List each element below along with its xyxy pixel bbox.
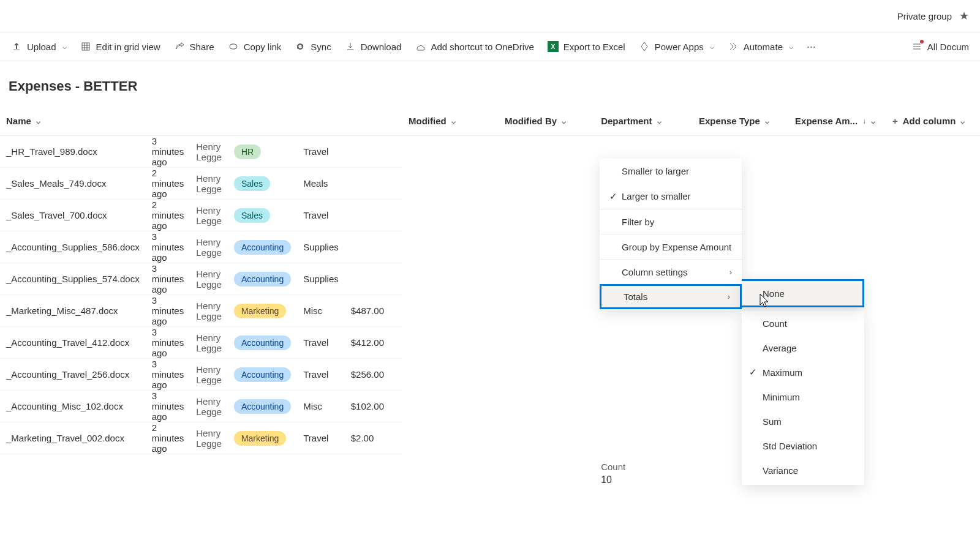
cell-modified-by[interactable]: Henry Legge <box>190 359 228 391</box>
export-excel-button[interactable]: X Export to Excel <box>548 41 625 52</box>
submenu-item-minimum[interactable]: Minimum <box>742 384 864 409</box>
cell-expense-type: Travel <box>297 359 345 391</box>
department-pill: Accounting <box>234 367 291 382</box>
table-row[interactable]: _Accounting_Supplies_574.docx3 minutes a… <box>0 263 402 295</box>
table-row[interactable]: _Sales_Travel_700.docx2 minutes agoHenry… <box>0 200 402 231</box>
department-pill: HR <box>234 144 261 159</box>
submenu-item-variance[interactable]: Variance <box>742 458 864 482</box>
plus-icon: + <box>892 116 898 126</box>
sync-icon <box>295 41 306 52</box>
more-actions-button[interactable]: ··· <box>807 40 816 53</box>
cell-modified-by[interactable]: Henry Legge <box>190 168 228 200</box>
copy-link-button[interactable]: Copy link <box>228 41 282 52</box>
share-label: Share <box>190 42 214 52</box>
onedrive-shortcut-icon <box>415 41 426 52</box>
automate-button[interactable]: Automate ⌵ <box>728 41 793 52</box>
cell-modified: 3 minutes ago <box>146 136 190 168</box>
table-row[interactable]: _Accounting_Travel_412.docx3 minutes ago… <box>0 327 402 359</box>
cell-name[interactable]: _Accounting_Supplies_586.docx <box>0 231 146 263</box>
cell-name[interactable]: _Accounting_Travel_256.docx <box>0 359 146 391</box>
chevron-down-icon: ⌵ <box>36 117 40 126</box>
department-pill: Marketing <box>234 304 286 318</box>
power-apps-button[interactable]: Power Apps ⌵ <box>639 41 714 52</box>
chevron-down-icon: ⌵ <box>562 117 566 126</box>
excel-icon: X <box>548 41 559 52</box>
submenu-item-none[interactable]: None <box>742 281 862 305</box>
cell-modified-by[interactable]: Henry Legge <box>190 327 228 359</box>
cell-name[interactable]: _HR_Travel_989.docx <box>0 136 146 168</box>
cell-modified-by[interactable]: Henry Legge <box>190 231 228 263</box>
cell-expense-amount <box>345 136 390 168</box>
col-header-department[interactable]: Department⌵ <box>595 107 693 136</box>
checkmark-icon: ✓ <box>749 367 763 378</box>
table-row[interactable]: _Sales_Meals_749.docx2 minutes agoHenry … <box>0 168 402 200</box>
chevron-down-icon: ⌵ <box>62 42 67 51</box>
cell-expense-amount <box>345 200 390 231</box>
submenu-item-maximum[interactable]: ✓Maximum <box>742 360 864 384</box>
cell-department: Accounting <box>228 359 297 391</box>
cell-name[interactable]: _Accounting_Supplies_574.docx <box>0 263 146 295</box>
follow-star-icon[interactable]: ★ <box>959 9 969 23</box>
download-label: Download <box>361 42 402 52</box>
submenu-item-stddev[interactable]: Std Deviation <box>742 433 864 458</box>
download-button[interactable]: Download <box>345 41 402 52</box>
menu-item-column-settings[interactable]: Column settings› <box>600 259 742 284</box>
cell-modified-by[interactable]: Henry Legge <box>190 422 228 454</box>
cell-name[interactable]: _Accounting_Misc_102.docx <box>0 391 146 422</box>
cell-modified-by[interactable]: Henry Legge <box>190 295 228 327</box>
cell-expense-type: Travel <box>297 136 345 168</box>
chevron-down-icon: ⌵ <box>710 42 714 51</box>
share-button[interactable]: Share <box>174 41 214 52</box>
cell-department: Sales <box>228 200 297 231</box>
view-selector-button[interactable]: All Docum <box>911 41 969 52</box>
col-header-expense-type[interactable]: Expense Type⌵ <box>693 107 789 136</box>
cell-name[interactable]: _Marketing_Travel_002.docx <box>0 422 146 454</box>
chevron-right-icon: › <box>729 268 732 277</box>
cell-modified-by[interactable]: Henry Legge <box>190 391 228 422</box>
submenu-item-sum[interactable]: Sum <box>742 409 864 433</box>
cell-name[interactable]: _Accounting_Travel_412.docx <box>0 327 146 359</box>
cell-modified-by[interactable]: Henry Legge <box>190 136 228 168</box>
chevron-down-icon: ⌵ <box>871 117 875 126</box>
totals-submenu-top: None <box>742 279 864 307</box>
sync-button[interactable]: Sync <box>295 41 331 52</box>
col-header-name[interactable]: Name⌵ <box>0 107 402 136</box>
menu-item-smaller-to-larger[interactable]: Smaller to larger <box>600 159 742 184</box>
add-shortcut-button[interactable]: Add shortcut to OneDrive <box>415 41 533 52</box>
upload-button[interactable]: Upload ⌵ <box>11 41 67 52</box>
upload-icon <box>11 41 22 52</box>
link-icon <box>228 41 239 52</box>
menu-item-filter-by[interactable]: Filter by <box>600 209 742 234</box>
col-header-expense-amount[interactable]: Expense Am... ↓ ⌵ <box>789 107 886 136</box>
department-pill: Accounting <box>234 399 291 414</box>
table-row[interactable]: _HR_Travel_989.docx3 minutes agoHenry Le… <box>0 136 402 168</box>
table-row[interactable]: _Accounting_Misc_102.docx3 minutes agoHe… <box>0 391 402 422</box>
menu-item-larger-to-smaller[interactable]: ✓Larger to smaller <box>600 184 742 209</box>
cell-department: Accounting <box>228 327 297 359</box>
table-row[interactable]: _Accounting_Supplies_586.docx3 minutes a… <box>0 231 402 263</box>
submenu-item-average[interactable]: Average <box>742 335 864 360</box>
menu-item-totals[interactable]: Totals› <box>600 284 742 309</box>
cell-modified-by[interactable]: Henry Legge <box>190 200 228 231</box>
cell-modified: 3 minutes ago <box>146 263 190 295</box>
col-header-modified-by[interactable]: Modified By⌵ <box>499 107 595 136</box>
department-pill: Sales <box>234 176 270 191</box>
edit-grid-button[interactable]: Edit in grid view <box>80 41 160 52</box>
command-bar: Upload ⌵ Edit in grid view Share Copy li… <box>0 32 980 61</box>
cell-name[interactable]: _Marketing_Misc_487.docx <box>0 295 146 327</box>
cell-name[interactable]: _Sales_Travel_700.docx <box>0 200 146 231</box>
cell-modified: 2 minutes ago <box>146 200 190 231</box>
table-row[interactable]: _Marketing_Travel_002.docx2 minutes agoH… <box>0 422 402 454</box>
table-row[interactable]: _Accounting_Travel_256.docx3 minutes ago… <box>0 359 402 391</box>
cell-modified-by[interactable]: Henry Legge <box>190 263 228 295</box>
cell-expense-amount: $487.00 <box>345 295 390 327</box>
table-row[interactable]: _Marketing_Misc_487.docx3 minutes agoHen… <box>0 295 402 327</box>
page-header: Private group ★ <box>0 0 980 32</box>
col-header-modified[interactable]: Modified⌵ <box>402 107 499 136</box>
cell-department: Accounting <box>228 391 297 422</box>
submenu-item-count[interactable]: Count <box>742 311 864 335</box>
cell-expense-type: Supplies <box>297 263 345 295</box>
cell-name[interactable]: _Sales_Meals_749.docx <box>0 168 146 200</box>
menu-item-group-by[interactable]: Group by Expense Amount <box>600 234 742 259</box>
col-header-add-column[interactable]: +Add column⌵ <box>886 107 980 136</box>
